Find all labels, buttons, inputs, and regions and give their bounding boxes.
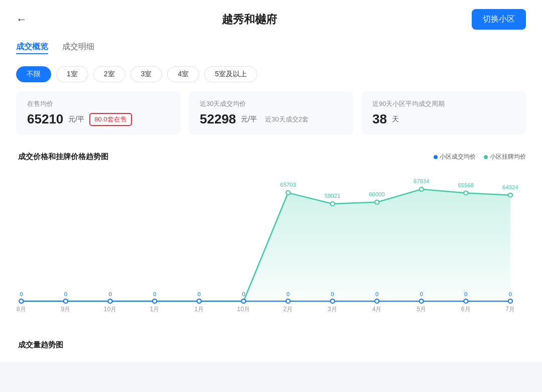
svg-text:0: 0 [153, 291, 156, 297]
svg-text:1月: 1月 [150, 306, 160, 313]
svg-point-20 [108, 299, 112, 303]
tabs-row: 成交概览 成交明细 [16, 35, 526, 59]
svg-point-24 [286, 299, 290, 303]
svg-point-11 [508, 193, 512, 197]
main-content: 成交概览 成交明细 不限 1室 2室 3室 4室 5室及以上 在售均价 6521… [0, 35, 542, 362]
price-chart-area: 6570359021600006783465568643240000000000… [16, 166, 526, 326]
svg-text:64324: 64324 [502, 184, 518, 190]
svg-text:4月: 4月 [372, 306, 382, 313]
svg-text:65568: 65568 [458, 182, 474, 188]
page-title: 越秀和樾府 [27, 12, 472, 27]
svg-text:0: 0 [287, 291, 290, 297]
svg-text:65703: 65703 [280, 182, 296, 188]
svg-point-8 [375, 200, 379, 204]
svg-text:0: 0 [20, 291, 23, 297]
svg-text:7月: 7月 [505, 306, 515, 313]
stat-value-0: 65210 [27, 111, 63, 127]
svg-point-25 [330, 299, 334, 303]
price-trend-chart-section: 成交价格和挂牌价格趋势图 小区成交均价 小区挂牌均价 65 [16, 145, 526, 326]
svg-point-10 [464, 191, 468, 195]
svg-text:0: 0 [509, 291, 512, 297]
svg-text:59021: 59021 [325, 193, 341, 199]
stat-label-0: 在售均价 [27, 99, 170, 108]
switch-community-button[interactable]: 切换小区 [472, 9, 526, 30]
svg-text:0: 0 [464, 291, 467, 297]
stat-value-row-0: 65210 元/平 80.0套在售 [27, 111, 170, 127]
filter-5room-plus[interactable]: 5室及以上 [204, 66, 257, 82]
svg-text:0: 0 [198, 291, 201, 297]
page-wrapper: ← 越秀和樾府 切换小区 成交概览 成交明细 不限 1室 2室 3室 4室 5室… [0, 0, 542, 392]
svg-point-22 [197, 299, 201, 303]
stat-label-2: 近90天小区平均成交周期 [372, 99, 515, 108]
filter-1room[interactable]: 1室 [56, 66, 88, 82]
svg-text:0: 0 [375, 291, 378, 297]
filter-row: 不限 1室 2室 3室 4室 5室及以上 [16, 66, 526, 82]
volume-chart-title: 成交量趋势图 [16, 335, 526, 350]
tab-detail[interactable]: 成交明细 [62, 42, 94, 54]
chart-legend: 小区成交均价 小区挂牌均价 [434, 153, 526, 161]
legend-item-transaction: 小区成交均价 [434, 153, 476, 161]
svg-text:10月: 10月 [237, 306, 250, 313]
svg-text:0: 0 [108, 291, 111, 297]
svg-text:0: 0 [64, 291, 67, 297]
svg-text:5月: 5月 [417, 306, 426, 313]
filter-unlimited[interactable]: 不限 [16, 66, 51, 82]
legend-dot-listing [484, 155, 488, 159]
svg-point-27 [420, 299, 424, 303]
legend-item-listing: 小区挂牌均价 [484, 153, 526, 161]
back-button[interactable]: ← [16, 14, 27, 25]
stat-card-listing-price: 在售均价 65210 元/平 80.0套在售 [16, 91, 181, 135]
filter-2room[interactable]: 2室 [93, 66, 125, 82]
svg-point-19 [64, 299, 68, 303]
legend-label-listing: 小区挂牌均价 [490, 153, 526, 161]
tab-overview[interactable]: 成交概览 [16, 42, 48, 54]
stat-label-1: 近30天成交均价 [200, 99, 342, 108]
svg-text:1月: 1月 [194, 306, 204, 313]
stat-value-1: 52298 [200, 111, 236, 127]
svg-point-18 [19, 299, 23, 303]
legend-label-transaction: 小区成交均价 [440, 153, 476, 161]
svg-text:0: 0 [420, 291, 423, 297]
stats-row: 在售均价 65210 元/平 80.0套在售 近30天成交均价 52298 元/… [16, 91, 526, 135]
stat-unit-1: 元/平 [241, 115, 257, 124]
svg-text:8月: 8月 [17, 306, 26, 313]
svg-point-7 [330, 202, 334, 206]
svg-text:0: 0 [242, 291, 245, 297]
stat-value-2: 38 [372, 111, 387, 127]
header: ← 越秀和樾府 切换小区 [0, 0, 542, 35]
filter-4room[interactable]: 4室 [167, 66, 199, 82]
svg-text:60000: 60000 [369, 191, 385, 197]
svg-point-28 [464, 299, 468, 303]
stat-sub-1: 近30天成交2套 [265, 115, 309, 124]
svg-text:2月: 2月 [283, 306, 293, 313]
svg-point-9 [420, 187, 424, 191]
stat-unit-0: 元/平 [68, 115, 84, 124]
chart-header: 成交价格和挂牌价格趋势图 小区成交均价 小区挂牌均价 [16, 152, 526, 162]
stat-unit-2: 天 [392, 115, 399, 124]
filter-3room[interactable]: 3室 [130, 66, 163, 82]
svg-text:9月: 9月 [61, 306, 70, 313]
svg-point-6 [286, 191, 290, 195]
stat-value-row-2: 38 天 [372, 111, 515, 127]
chart-title: 成交价格和挂牌价格趋势图 [16, 152, 108, 162]
svg-point-21 [153, 299, 157, 303]
svg-point-26 [375, 299, 379, 303]
svg-text:10月: 10月 [104, 306, 117, 313]
svg-point-29 [508, 299, 512, 303]
legend-dot-transaction [434, 155, 438, 159]
svg-text:0: 0 [331, 291, 334, 297]
svg-text:6月: 6月 [461, 306, 471, 313]
svg-text:3月: 3月 [328, 306, 337, 313]
stat-value-row-1: 52298 元/平 近30天成交2套 [200, 111, 342, 127]
svg-point-23 [241, 299, 245, 303]
svg-text:67834: 67834 [414, 178, 430, 184]
stat-card-90day-cycle: 近90天小区平均成交周期 38 天 [361, 91, 526, 135]
stat-card-30day-price: 近30天成交均价 52298 元/平 近30天成交2套 [189, 91, 353, 135]
stat-badge-0: 80.0套在售 [89, 113, 131, 126]
